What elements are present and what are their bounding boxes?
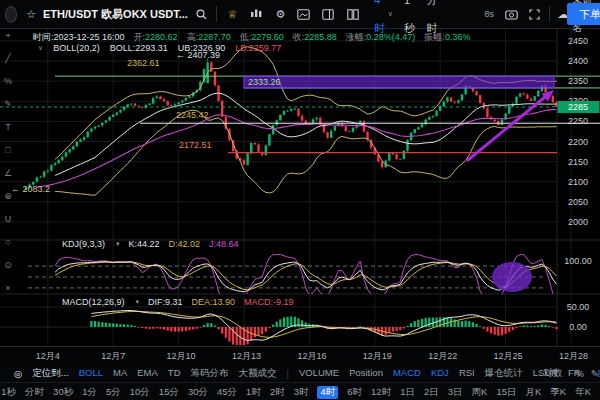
timeframe-button[interactable]: 3时 — [294, 386, 309, 399]
boll-mid: BOLL:2293.31 — [110, 43, 168, 53]
timeframe-button[interactable]: 30秒 — [53, 386, 73, 399]
angle-measure-icon[interactable]: ∠ — [4, 168, 12, 178]
timeframe-button[interactable]: 45分 — [217, 386, 237, 399]
mid-level-label: 2245.42 — [176, 110, 209, 120]
overlay-indicator-button[interactable]: TD — [168, 367, 181, 380]
kdj-name: KDJ(9,3,3) — [62, 239, 105, 249]
screenshot-camera-icon[interactable] — [505, 7, 518, 21]
date-tick: 12月19 — [363, 350, 392, 363]
brush-icon[interactable]: ✎ — [4, 99, 12, 109]
high-value: 2287.70 — [198, 32, 231, 42]
timeframe-button[interactable]: 15日 — [496, 386, 516, 399]
timeframe-button[interactable]: 30分 — [188, 386, 208, 399]
export-image-icon[interactable] — [297, 7, 310, 21]
log-scale-button[interactable]: 对数 — [544, 367, 563, 380]
macd-name: MACD(12,26,9) — [62, 297, 125, 307]
indicator-chart-icon[interactable] — [250, 7, 262, 21]
timeframe-button[interactable]: 1日 — [400, 386, 415, 399]
divider — [216, 6, 217, 22]
drawing-toolbar: ＋ ╱ % ✎ T □ ∠ ⊕ U ○ ⊙ × — [0, 30, 16, 293]
sub-indicator-button[interactable]: Position — [349, 367, 383, 380]
sub-indicator-button[interactable]: VOLUME — [299, 367, 339, 380]
sub-indicator-button[interactable]: RSI — [459, 367, 475, 380]
timeframe-button[interactable]: 4时 — [317, 386, 338, 399]
kdj-header: KDJ(9,3,3)▾ K:44.22 D:42.02 J:48.64 — [62, 239, 239, 249]
timeframe-button[interactable]: 5分 — [106, 386, 121, 399]
overlay-indicator-button[interactable]: EMA — [137, 367, 158, 380]
sub-indicator-button[interactable]: MACD — [393, 367, 421, 380]
overlay-indicator-button[interactable]: 大额成交 — [239, 367, 277, 380]
indicator-bar: ◎ 定位到... BOLLMAEMATD筹码分布大额成交 | VOLUMEPos… — [0, 364, 600, 382]
timeframe-button[interactable]: 周K — [472, 386, 488, 399]
date-tick: 12月10 — [167, 350, 196, 363]
place-order-button[interactable]: 下单 — [567, 3, 600, 25]
fibonacci-icon[interactable]: % — [4, 76, 12, 86]
trendline-icon[interactable]: ╱ — [5, 53, 10, 63]
boll-name: BOLL(20,2) — [53, 43, 100, 53]
timeframe-button[interactable]: 15分 — [159, 386, 179, 399]
overlay-indicator-button[interactable]: MA — [113, 367, 127, 380]
timeframe-minute[interactable]: 分时 — [427, 0, 442, 42]
svg-text:2350: 2350 — [568, 76, 588, 86]
locate-icon[interactable]: ◎ — [14, 368, 22, 379]
circle-tool-icon[interactable]: ○ — [5, 237, 10, 247]
kdj-j: J:48.64 — [209, 239, 239, 249]
box-level-label: 2333.26 — [248, 77, 281, 87]
timeframe-button[interactable]: 年K — [575, 386, 591, 399]
timeframe-button[interactable]: 分时 — [25, 386, 44, 399]
period-low-label: ← 2083.2 — [11, 184, 50, 194]
timeframe-button[interactable]: 1时 — [246, 386, 261, 399]
close-value: 2285.88 — [304, 32, 337, 42]
magnet-icon[interactable]: U — [5, 214, 12, 224]
boll-ub: UB:2326.90 — [178, 43, 226, 53]
svg-text:2150: 2150 — [568, 157, 588, 167]
search-icon[interactable] — [196, 7, 207, 21]
date-axis[interactable]: 12月412月712月1012月1312月1612月1912月2212月2512… — [0, 346, 600, 365]
vip-crown-icon[interactable]: ♕ — [228, 7, 238, 21]
timeframe-button[interactable]: 季K — [550, 386, 566, 399]
fullscreen-icon[interactable] — [529, 7, 540, 21]
overlay-indicator-button[interactable]: BOLL — [79, 367, 103, 380]
timeframe-bar: 1秒分时30秒1分5分10分15分30分45分1时2时3时4时6时12时1日2日… — [0, 382, 600, 400]
timeframe-selected[interactable]: 4时 — [374, 0, 386, 42]
svg-text:100.00: 100.00 — [564, 256, 592, 266]
target-icon[interactable]: ⊙ — [4, 260, 12, 270]
collapse-icon[interactable]: ∨ — [38, 44, 43, 52]
macd-header: MACD(12,26,9)▾ DIF:9.31 DEA:13.90 MACD:-… — [62, 297, 294, 307]
overlay-indicator-button[interactable]: 筹码分布 — [191, 367, 229, 380]
svg-text:50.00: 50.00 — [567, 302, 590, 312]
timeframe-1s[interactable]: 1秒 — [404, 0, 416, 42]
settings-gear-icon[interactable]: ⚙ — [275, 7, 285, 21]
delete-drawing-icon[interactable]: × — [5, 283, 10, 293]
sub-indicator-button[interactable]: 爆仓统计 — [485, 367, 523, 380]
zoom-in-icon[interactable]: ⊕ — [4, 191, 12, 201]
grid-layout-icon[interactable] — [347, 7, 359, 21]
sub-indicator-button[interactable]: KDJ — [431, 367, 449, 380]
latency-indicator: 8s — [484, 0, 494, 28]
top-toolbar: ☆ ETH/USDT 欧易OKX USDT... ♕ ⚙ 4时 ∨ 1秒 分时 … — [0, 0, 600, 29]
timeframe-button[interactable]: 月K — [525, 386, 541, 399]
timeframe-button[interactable]: 1分 — [82, 386, 97, 399]
boll-lb: LB:2259.77 — [235, 43, 281, 53]
percent-scale-button[interactable]: % — [576, 368, 584, 379]
symbol-title[interactable]: ETH/USDT 欧易OKX USDT... — [43, 7, 188, 22]
timeframe-button[interactable]: 2日 — [424, 386, 439, 399]
panel-layout-icon[interactable] — [322, 7, 334, 21]
date-tick: 12月28 — [559, 350, 588, 363]
crosshair-icon[interactable]: ＋ — [4, 30, 13, 40]
timeframe-button[interactable]: 2时 — [270, 386, 285, 399]
favorite-star-icon[interactable]: ☆ — [26, 7, 36, 21]
date-tick: 12月7 — [101, 350, 125, 363]
svg-text:2200: 2200 — [568, 137, 588, 147]
svg-text:2400: 2400 — [568, 56, 588, 66]
timeframe-button[interactable]: 12时 — [371, 386, 391, 399]
timeframe-button[interactable]: 1秒 — [1, 386, 16, 399]
shapes-icon[interactable]: □ — [5, 145, 10, 155]
text-tool-icon[interactable]: T — [5, 122, 11, 132]
timeframe-button[interactable]: 10分 — [130, 386, 150, 399]
timeframe-button[interactable]: 6时 — [347, 386, 362, 399]
locate-button[interactable]: 定位到... — [32, 367, 68, 380]
timeframe-button[interactable]: 3日 — [448, 386, 463, 399]
chevron-down-icon: ∨ — [388, 10, 393, 18]
svg-text:2050: 2050 — [568, 197, 588, 207]
